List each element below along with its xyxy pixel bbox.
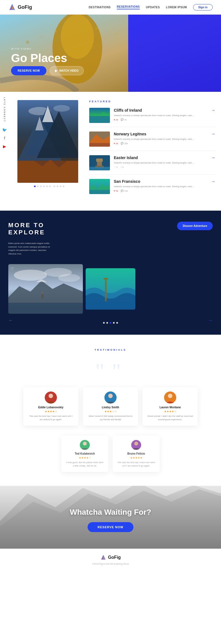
testimonial-eddie: Eddie Lobanovskiy ★★★★☆ This was the bes… <box>23 387 78 426</box>
ireland-arrow[interactable]: → <box>211 108 215 113</box>
exp-dot-4[interactable] <box>113 322 115 324</box>
norway-arrow[interactable]: → <box>211 132 215 136</box>
svg-text:": " <box>95 359 104 382</box>
dot-3[interactable] <box>40 186 42 187</box>
ireland-desc: Ireland's scenery is simply spectacular … <box>114 114 215 117</box>
hero-section: WITH FIGMA Go Places RESERVE NOW WATCH V… <box>0 15 221 92</box>
exp-dot-2[interactable] <box>106 322 108 324</box>
explore-main-image <box>8 264 83 314</box>
signin-button[interactable]: Sign in <box>193 4 213 10</box>
avatar-lauren-svg <box>164 391 176 404</box>
easter-thumbnail <box>89 155 110 170</box>
easter-desc: Ireland's scenery is simply spectacular … <box>114 161 215 164</box>
dot-6[interactable] <box>49 186 51 187</box>
avatar-bruno <box>131 440 141 450</box>
lindsy-stars: ★★★☆☆ <box>87 410 134 413</box>
social-sidebar: LETS CONNECT 🐦 f ▶ <box>0 92 9 211</box>
sanfran-title: San Fransisco → <box>114 179 215 184</box>
quote-svg: " " <box>94 359 127 382</box>
nav-destinations[interactable]: DESTINATIONS <box>89 6 111 9</box>
dot-10[interactable] <box>63 186 64 187</box>
sanfran-likes: ♥ 5k <box>114 190 118 192</box>
easter-arrow[interactable]: → <box>211 155 215 160</box>
hero-blue-overlay <box>128 15 221 92</box>
featured-label: FEATURED <box>89 100 215 103</box>
dot-8[interactable] <box>57 186 58 187</box>
cta-reserve-button[interactable]: RESERVE NOW <box>88 522 133 532</box>
featured-item-easter: Easter Island → Ireland's scenery is sim… <box>89 155 215 175</box>
facebook-icon[interactable]: f <box>4 136 5 140</box>
svg-rect-26 <box>89 143 110 147</box>
norway-desc: Ireland's scenery is simply spectacular … <box>114 138 215 141</box>
explore-heart-icon[interactable]: ♡ <box>10 266 14 271</box>
testimonial-bruno: Bruno Felicio ★★★★★ This was the best tr… <box>113 436 160 472</box>
avatar-ted-svg <box>80 440 90 450</box>
navbar: GoFig DESTINATIONS RESERVATIONS UPDATES … <box>0 0 221 15</box>
bruno-name: Bruno Felicio <box>117 452 155 455</box>
prev-arrow[interactable]: ← <box>8 318 13 323</box>
footer-copyright: ©2018 Figma Ask Me Anything Shoot <box>6 563 215 565</box>
watch-video-button[interactable]: WATCH VIDEO <box>50 66 84 75</box>
svg-point-36 <box>14 270 47 281</box>
ireland-comments: 💬 7k <box>121 119 127 121</box>
easter-likes: ♡ 0 <box>114 166 118 168</box>
dot-2[interactable] <box>37 186 39 187</box>
exp-dot-1[interactable] <box>103 322 105 324</box>
svg-point-58 <box>134 442 138 446</box>
twitter-icon[interactable]: 🐦 <box>2 128 7 132</box>
avatar-bruno-svg <box>131 440 141 450</box>
footer: GoFig ©2018 Figma Ask Me Anything Shoot <box>0 549 221 571</box>
dot-4[interactable] <box>43 186 45 187</box>
reserve-now-button[interactable]: RESERVE NOW <box>11 66 46 75</box>
testimonials-row-1: Eddie Lobanovskiy ★★★★☆ This was the bes… <box>8 387 213 426</box>
hero-subtitle: WITH FIGMA <box>11 47 84 50</box>
nav-lorem[interactable]: LOREM IPSUM <box>166 6 187 9</box>
norway-title: Norwary Legitnes → <box>114 132 215 136</box>
easter-stats: ♡ 0 ○ 0 <box>114 166 215 168</box>
quote-decoration: " " <box>8 359 213 382</box>
ireland-likes: ♥ 2k <box>114 119 118 121</box>
svg-rect-34 <box>89 190 110 194</box>
dot-9[interactable] <box>60 186 61 187</box>
dot-7[interactable] <box>54 186 55 187</box>
next-arrow[interactable]: → <box>208 318 213 323</box>
logo[interactable]: GoFig <box>8 3 32 11</box>
sanfran-stats: ♥ 5k 💬 11k <box>114 190 215 192</box>
avatar-eddie <box>45 391 57 404</box>
featured-content: FEATURED <box>81 100 215 202</box>
explore-description: Etiam porta sem malesuada magna mollis e… <box>8 242 52 256</box>
explore-text: MORE TO EXPLORE Etiam porta sem malesuad… <box>8 222 52 261</box>
lauren-name: Lauren Montane <box>147 406 193 409</box>
dot-1[interactable] <box>34 186 36 187</box>
svg-point-10 <box>115 33 117 35</box>
bruno-stars: ★★★★★ <box>117 456 155 459</box>
explore-side-svg <box>86 268 135 310</box>
svg-point-8 <box>96 27 98 29</box>
play-icon <box>55 69 57 72</box>
cta-title: Whatcha Waiting For? <box>8 508 213 517</box>
discover-adventure-button[interactable]: Disover Adventure <box>177 222 213 230</box>
ted-review: It was good. But the plastic forks were … <box>66 461 104 468</box>
easter-title: Easter Island → <box>114 155 215 160</box>
svg-point-52 <box>108 394 113 398</box>
easter-comments: ○ 0 <box>120 166 124 168</box>
svg-rect-41 <box>8 303 83 314</box>
nav-updates[interactable]: UPDATES <box>146 6 160 9</box>
norway-thumbnail <box>89 132 110 147</box>
mountain-svg <box>17 100 78 183</box>
exp-dot-5[interactable] <box>116 322 118 324</box>
ireland-stats: ♥ 2k 💬 7k <box>114 119 215 121</box>
logo-icon <box>8 3 16 11</box>
norway-info: Norwary Legitnes → Ireland's scenery is … <box>114 132 215 147</box>
easter-info: Easter Island → Ireland's scenery is sim… <box>114 155 215 170</box>
hero-content: WITH FIGMA Go Places RESERVE NOW WATCH V… <box>11 47 84 75</box>
sanfran-arrow[interactable]: → <box>211 179 215 184</box>
exp-dot-3[interactable] <box>110 322 111 324</box>
svg-text:": " <box>112 359 121 382</box>
carousel-image <box>17 100 78 183</box>
youtube-icon[interactable]: ▶ <box>3 144 6 149</box>
dot-5[interactable] <box>46 186 48 187</box>
eddie-review: This was the best trip I have ever went … <box>28 415 74 421</box>
nav-reservations[interactable]: RESERVATIONS <box>117 5 140 9</box>
testimonials-section: TESTIMONIALS " " Eddie Lobanovskiy ★★★★☆… <box>0 335 221 486</box>
